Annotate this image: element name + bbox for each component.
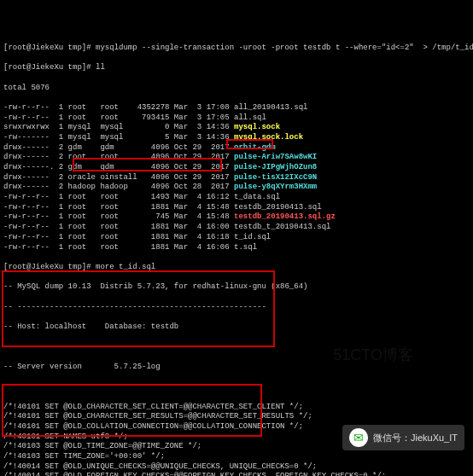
server-version: -- Server version 5.7.25-log	[3, 363, 470, 373]
shell-line: [root@JiekeXu tmp]# mysqldump --single-t…	[3, 44, 470, 54]
wechat-label: 微信号：JiekuXu_IT	[373, 432, 458, 444]
total-line: total 5076	[3, 84, 470, 94]
highlight-box-tid	[226, 139, 273, 149]
wechat-watermark: ✉ 微信号：JiekuXu_IT	[342, 425, 464, 450]
shell-line: [root@JiekeXu tmp]# ll	[3, 63, 470, 73]
highlight-box-lock	[2, 384, 262, 437]
ls-output: -rw-r--r-- 1 root root 4352278 Mar 3 17:…	[3, 103, 470, 253]
wechat-icon: ✉	[349, 428, 368, 447]
highlight-box-create	[2, 270, 275, 347]
highlight-box-more	[73, 158, 222, 171]
